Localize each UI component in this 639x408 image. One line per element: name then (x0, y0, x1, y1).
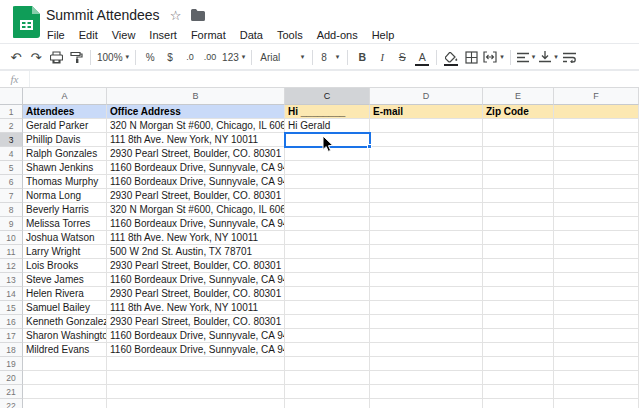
row-header-8[interactable]: 8 (0, 203, 23, 217)
cell-D18[interactable] (370, 343, 483, 357)
cell-D12[interactable] (370, 259, 483, 273)
cell-C10[interactable] (285, 231, 370, 245)
cell-C8[interactable] (285, 203, 370, 217)
cell-C17[interactable] (285, 329, 370, 343)
cell-F9[interactable] (554, 217, 639, 231)
text-color-button[interactable]: A (412, 47, 432, 67)
cell-F21[interactable] (554, 385, 639, 399)
cell-C18[interactable] (285, 343, 370, 357)
cell-A8[interactable]: Beverly Harris (23, 203, 107, 217)
cell-B4[interactable]: 2930 Pearl Street, Boulder, CO. 80301 (107, 147, 285, 161)
cell-F15[interactable] (554, 301, 639, 315)
cell-F16[interactable] (554, 315, 639, 329)
cell-F6[interactable] (554, 175, 639, 189)
col-header-B[interactable]: B (107, 88, 285, 105)
redo-button[interactable]: ↷ (26, 47, 46, 67)
cell-A5[interactable]: Shawn Jenkins (23, 161, 107, 175)
cell-B5[interactable]: 1160 Bordeaux Drive, Sunnyvale, CA 94089 (107, 161, 285, 175)
row-header-13[interactable]: 13 (0, 273, 23, 287)
cell-F22[interactable] (554, 399, 639, 408)
cell-F10[interactable] (554, 231, 639, 245)
horizontal-align-button[interactable]: ▾ (515, 47, 538, 67)
cell-B18[interactable]: 1160 Bordeaux Drive, Sunnyvale, CA 94089 (107, 343, 285, 357)
cell-D22[interactable] (370, 399, 483, 408)
cell-D11[interactable] (370, 245, 483, 259)
cell-A15[interactable]: Samuel Bailey (23, 301, 107, 315)
row-header-11[interactable]: 11 (0, 245, 23, 259)
cell-E3[interactable] (483, 133, 554, 147)
row-header-18[interactable]: 18 (0, 343, 23, 357)
cell-A9[interactable]: Melissa Torres (23, 217, 107, 231)
cell-B3[interactable]: 111 8th Ave. New York, NY 10011 (107, 133, 285, 147)
cell-F2[interactable] (554, 119, 639, 133)
vertical-align-button[interactable]: ▾ (537, 47, 560, 67)
cell-C14[interactable] (285, 287, 370, 301)
cell-E19[interactable] (483, 357, 554, 371)
italic-button[interactable]: I (372, 47, 392, 67)
col-header-A[interactable]: A (23, 88, 107, 105)
cell-A10[interactable]: Joshua Watson (23, 231, 107, 245)
row-header-21[interactable]: 21 (0, 385, 23, 399)
cell-A3[interactable]: Phillip Davis (23, 133, 107, 147)
bold-button[interactable]: B (352, 47, 372, 67)
cell-E21[interactable] (483, 385, 554, 399)
move-folder-icon[interactable] (191, 9, 205, 21)
cell-A7[interactable]: Norma Long (23, 189, 107, 203)
font-size-select[interactable]: 8▾ (317, 47, 343, 67)
cell-A21[interactable] (23, 385, 107, 399)
zoom-select[interactable]: 100%▾ (95, 47, 131, 67)
format-currency-button[interactable]: $ (160, 47, 180, 67)
cell-A16[interactable]: Kenneth Gonzalez (23, 315, 107, 329)
cell-E14[interactable] (483, 287, 554, 301)
cell-C9[interactable] (285, 217, 370, 231)
cell-B9[interactable]: 1160 Bordeaux Drive, Sunnyvale, CA 94089 (107, 217, 285, 231)
cell-E8[interactable] (483, 203, 554, 217)
cell-C12[interactable] (285, 259, 370, 273)
cell-F4[interactable] (554, 147, 639, 161)
cell-D7[interactable] (370, 189, 483, 203)
cell-C4[interactable] (285, 147, 370, 161)
grid-corner[interactable] (0, 88, 23, 105)
row-header-16[interactable]: 16 (0, 315, 23, 329)
cell-B22[interactable] (107, 399, 285, 408)
menu-format[interactable]: Format (184, 29, 233, 41)
row-header-2[interactable]: 2 (0, 119, 23, 133)
cell-B12[interactable]: 2930 Pearl Street, Boulder, CO. 80301 (107, 259, 285, 273)
row-header-22[interactable]: 22 (0, 399, 23, 408)
cell-F18[interactable] (554, 343, 639, 357)
cell-C11[interactable] (285, 245, 370, 259)
cell-B20[interactable] (107, 371, 285, 385)
cell-F12[interactable] (554, 259, 639, 273)
menu-help[interactable]: Help (365, 29, 402, 41)
cell-F7[interactable] (554, 189, 639, 203)
cell-E15[interactable] (483, 301, 554, 315)
cell-F19[interactable] (554, 357, 639, 371)
cell-B16[interactable]: 2930 Pearl Street, Boulder, CO. 80301 (107, 315, 285, 329)
cell-D19[interactable] (370, 357, 483, 371)
font-family-select[interactable]: Arial▾ (256, 47, 308, 67)
cell-B7[interactable]: 2930 Pearl Street, Boulder, CO. 80301 (107, 189, 285, 203)
cell-D20[interactable] (370, 371, 483, 385)
cell-D14[interactable] (370, 287, 483, 301)
cell-D9[interactable] (370, 217, 483, 231)
cell-E11[interactable] (483, 245, 554, 259)
cell-A20[interactable] (23, 371, 107, 385)
cell-D5[interactable] (370, 161, 483, 175)
cell-C20[interactable] (285, 371, 370, 385)
document-title[interactable]: Summit Attendees (46, 7, 160, 23)
cell-C2[interactable]: Hi Gerald (285, 119, 370, 133)
cell-A1[interactable]: Attendees (23, 105, 107, 119)
cell-E7[interactable] (483, 189, 554, 203)
merge-cells-button[interactable]: ▾ (481, 47, 506, 67)
undo-button[interactable]: ↶ (6, 47, 26, 67)
cell-C21[interactable] (285, 385, 370, 399)
cell-D8[interactable] (370, 203, 483, 217)
menu-edit[interactable]: Edit (72, 29, 105, 41)
menu-insert[interactable]: Insert (142, 29, 184, 41)
cell-A2[interactable]: Gerald Parker (23, 119, 107, 133)
cell-C7[interactable] (285, 189, 370, 203)
cell-E18[interactable] (483, 343, 554, 357)
cell-A13[interactable]: Steve James (23, 273, 107, 287)
cell-C13[interactable] (285, 273, 370, 287)
cell-B19[interactable] (107, 357, 285, 371)
